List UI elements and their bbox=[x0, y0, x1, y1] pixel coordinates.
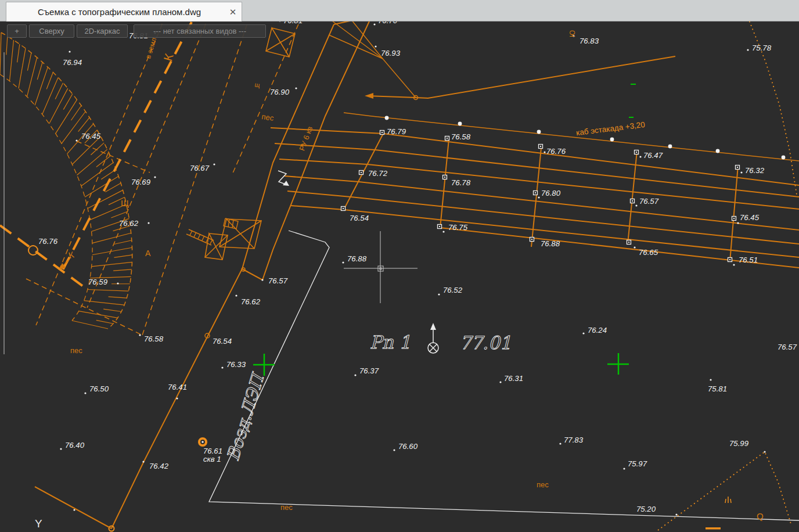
rack-node-dot[interactable] bbox=[458, 122, 462, 126]
elevation-label[interactable]: 76.37 bbox=[359, 366, 379, 375]
survey-point-dot[interactable] bbox=[538, 196, 539, 198]
rack-cable[interactable] bbox=[271, 128, 799, 185]
survey-point-dot[interactable] bbox=[69, 51, 70, 52]
scale-bar[interactable] bbox=[706, 527, 721, 530]
survey-point-dot[interactable] bbox=[213, 163, 215, 165]
ladder-rung[interactable] bbox=[210, 239, 213, 244]
view-direction-button[interactable]: Сверху bbox=[29, 24, 74, 38]
in-ground-label[interactable]: в земл bbox=[144, 37, 158, 59]
area-a-label[interactable]: А bbox=[145, 249, 151, 258]
survey-point-dot[interactable] bbox=[764, 451, 765, 452]
elevation-label[interactable]: 75.81 bbox=[708, 384, 727, 393]
survey-point-dot[interactable] bbox=[342, 261, 344, 263]
drawing-canvas[interactable]: 76.8176.8176.7076.9476.9376.8375.7876.90… bbox=[0, 0, 799, 532]
ladder-rung[interactable] bbox=[190, 231, 192, 235]
survey-point-dot[interactable] bbox=[142, 461, 144, 462]
elevation-label[interactable]: 76.47 bbox=[643, 151, 663, 160]
arrowhead[interactable] bbox=[430, 323, 436, 330]
rack-node-dot[interactable] bbox=[610, 138, 614, 142]
survey-point-dot[interactable] bbox=[147, 222, 149, 224]
elevation-label[interactable]: 76.60 bbox=[398, 442, 418, 451]
building-west-wall[interactable] bbox=[111, 24, 334, 529]
sand-label[interactable]: пес bbox=[537, 480, 549, 489]
survey-point-dot[interactable] bbox=[139, 334, 141, 336]
elevation-label[interactable]: 75.20 bbox=[636, 505, 656, 513]
elevation-label[interactable]: 76.50 bbox=[89, 384, 109, 393]
road-dashed-edge[interactable] bbox=[77, 141, 150, 172]
survey-point-dot[interactable] bbox=[60, 448, 62, 450]
elevation-label[interactable]: 76.72 bbox=[368, 169, 388, 178]
borehole-center[interactable] bbox=[201, 441, 204, 443]
viewport-menu-button[interactable]: + bbox=[7, 24, 27, 38]
ladder-rung[interactable] bbox=[202, 236, 204, 240]
overhead-line[interactable] bbox=[416, 56, 675, 98]
elevation-label[interactable]: 75.99 bbox=[729, 439, 749, 448]
survey-point-dot[interactable] bbox=[438, 293, 440, 295]
y-symbol[interactable]: Y bbox=[35, 517, 42, 530]
elevation-label[interactable]: 76.45 bbox=[740, 213, 760, 222]
survey-point-dot[interactable] bbox=[261, 279, 263, 281]
material-shch-label[interactable]: Щ bbox=[121, 198, 129, 208]
elevation-label[interactable]: 76.51 bbox=[739, 256, 758, 264]
elevation-label[interactable]: 76.40 bbox=[65, 441, 85, 450]
rack-post[interactable] bbox=[440, 139, 449, 228]
elevation-label[interactable]: 76.65 bbox=[639, 248, 658, 257]
survey-point-dot[interactable] bbox=[710, 379, 711, 380]
ladder-rung[interactable] bbox=[198, 234, 200, 239]
hydrant-symbol[interactable]: Ю bbox=[568, 30, 577, 37]
survey-point-dot[interactable] bbox=[442, 231, 444, 232]
survey-point-dot[interactable] bbox=[582, 332, 584, 334]
elevation-label[interactable]: 76.88 bbox=[347, 254, 367, 263]
elevation-label[interactable]: 76.52 bbox=[443, 286, 463, 294]
survey-point-dot[interactable] bbox=[559, 443, 561, 444]
benchmark-elevation-text[interactable]: 77.01 bbox=[460, 332, 512, 353]
dotted-path[interactable] bbox=[658, 452, 791, 530]
survey-point-dot[interactable] bbox=[154, 176, 156, 178]
survey-point-dot[interactable] bbox=[623, 468, 625, 469]
elevation-label[interactable]: 76.67 bbox=[190, 164, 210, 172]
ladder-rung[interactable] bbox=[194, 232, 196, 237]
elevation-label[interactable]: 76.69 bbox=[131, 178, 151, 186]
survey-point-dot[interactable] bbox=[733, 264, 735, 265]
elevation-label[interactable]: 76.54 bbox=[213, 337, 232, 346]
survey-point-dot[interactable] bbox=[747, 49, 748, 51]
document-tab[interactable]: Съемка с топографическим планом.dwg ✕ bbox=[6, 2, 242, 21]
rack-node-dot[interactable] bbox=[385, 116, 389, 120]
elevation-label[interactable]: 76.32 bbox=[745, 166, 765, 175]
sand-label[interactable]: пес bbox=[70, 346, 82, 355]
elevation-label[interactable]: 76.94 bbox=[63, 58, 82, 67]
survey-point-dot[interactable] bbox=[176, 397, 178, 399]
elevation-label[interactable]: 76.57 bbox=[778, 343, 797, 351]
rack-node-dot[interactable] bbox=[716, 149, 720, 153]
material-shch-label[interactable]: щ bbox=[254, 81, 261, 88]
visual-style-button[interactable]: 2D-каркас bbox=[77, 24, 128, 38]
elevation-label[interactable]: 76.41 bbox=[168, 383, 187, 391]
survey-point-dot[interactable] bbox=[221, 366, 223, 368]
survey-point-dot[interactable] bbox=[393, 449, 395, 451]
survey-point-dot[interactable] bbox=[634, 246, 635, 248]
elevation-label[interactable]: 76.61 bbox=[203, 447, 222, 455]
elevation-label[interactable]: 76.78 bbox=[451, 178, 471, 187]
survey-point-dot[interactable] bbox=[235, 294, 237, 296]
linked-views-button[interactable]: --- нет связанных видов --- bbox=[134, 24, 266, 38]
power-line-label[interactable]: Возд.ЛЭП bbox=[223, 370, 268, 463]
elevation-label[interactable]: 76.24 bbox=[588, 326, 607, 335]
elevation-label[interactable]: 76.80 bbox=[541, 189, 561, 197]
elevation-label[interactable]: 76.76 bbox=[546, 147, 566, 156]
grass-symbol[interactable] bbox=[730, 499, 731, 503]
elevation-label[interactable]: 75.97 bbox=[628, 459, 647, 468]
cable-rack-label[interactable]: каб эстакада +3,20 bbox=[575, 120, 645, 137]
survey-point-dot[interactable] bbox=[117, 282, 118, 284]
road-dashed-edge[interactable] bbox=[232, 16, 302, 174]
cable-k-letter[interactable]: К bbox=[161, 52, 176, 63]
road-dashed-edge[interactable] bbox=[87, 16, 209, 308]
elevation-label[interactable]: 76.45 bbox=[81, 132, 101, 141]
arrowhead[interactable] bbox=[365, 93, 373, 99]
orange-boundary[interactable] bbox=[35, 487, 111, 529]
survey-point-dot[interactable] bbox=[373, 23, 375, 25]
survey-point-dot[interactable] bbox=[499, 381, 501, 383]
elevation-label[interactable]: 76.57 bbox=[639, 197, 659, 206]
survey-point-dot[interactable] bbox=[740, 171, 742, 173]
elevation-label[interactable]: 76.93 bbox=[381, 49, 401, 57]
elevation-label[interactable]: 76.54 bbox=[350, 214, 369, 222]
